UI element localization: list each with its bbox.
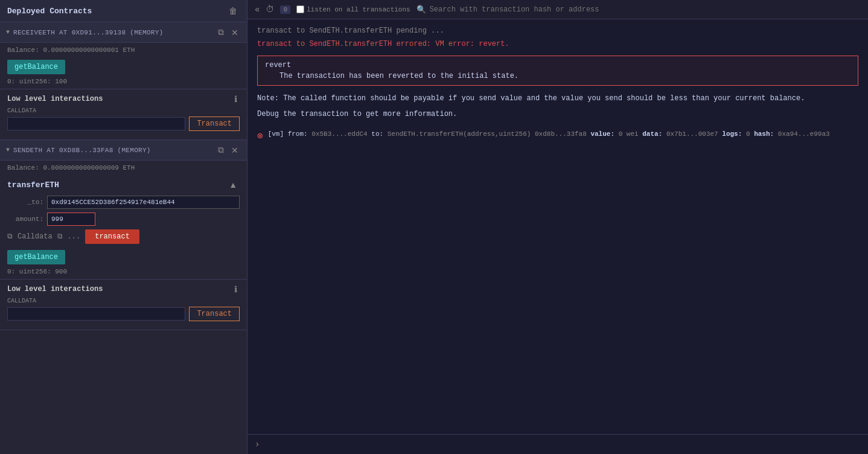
right-panel: « ⏱ 0 listen on all transactions 🔍 trans… [247, 0, 868, 454]
panel-title: Deployed Contracts [7, 7, 92, 16]
contract-2-actions: ⧉ ✕ [215, 144, 241, 156]
low-level-2-title: Low level interactions [7, 285, 103, 293]
collapse-icon[interactable]: « [255, 5, 260, 14]
close-contract-1-button[interactable]: ✕ [229, 27, 241, 39]
listen-all-checkbox[interactable] [296, 5, 304, 13]
log-error-msg: transact to SendETH.transferETH errored:… [257, 40, 858, 48]
transfer-eth-name: transferETH [7, 181, 59, 190]
revert-msg: The transaction has been reverted to the… [265, 72, 850, 80]
listen-all-text: listen on all transactions [307, 6, 410, 13]
contract-1-balance: Balance: 0.00000000000000001 ETH [0, 43, 247, 57]
transact-2-button[interactable]: transact [85, 229, 139, 244]
tx-logs-label: logs: [722, 130, 742, 138]
transfer-eth-header: transferETH ▲ [7, 179, 240, 191]
log-pending-msg: transact to SendETH.transferETH pending … [257, 27, 858, 35]
param-amount-input[interactable] [47, 213, 95, 226]
tx-to-label: to: [371, 130, 383, 138]
calldata-2-input[interactable] [7, 307, 185, 321]
contract-1-actions: ⧉ ✕ [215, 26, 241, 39]
tx-logs-value: 0 [746, 130, 750, 138]
calldata-1-input[interactable] [7, 117, 185, 130]
transact-1-button[interactable]: Transact [189, 117, 240, 131]
debug-text: Debug the transaction to get more inform… [257, 109, 858, 120]
close-contract-2-button[interactable]: ✕ [229, 144, 241, 156]
contract-2-header: ▼ SENDETH AT 0XD8B...33FA8 (MEMORY) ⧉ ✕ [0, 140, 247, 161]
get-balance-2-result: 0: uint256: 900 [0, 267, 247, 277]
get-balance-2-button[interactable]: getBalance [7, 250, 65, 264]
low-level-1-header: Low level interactions ℹ [7, 93, 240, 105]
tx-label: [vm] [268, 130, 284, 138]
calldata-2-label: CALLDATA [7, 298, 240, 304]
contract-2-chevron[interactable]: ▼ [6, 147, 10, 153]
search-wrapper: 🔍 [416, 5, 861, 14]
tx-from-label: from: [288, 130, 308, 138]
calldata-2-row: Transact [7, 307, 240, 321]
copy-contract-1-button[interactable]: ⧉ [215, 26, 226, 39]
delete-all-button[interactable]: 🗑 [226, 5, 240, 17]
copy-icon[interactable]: ⧉ [57, 232, 63, 241]
contract-2-balance: Balance: 0.00000000000000009 ETH [0, 161, 247, 175]
search-input[interactable] [430, 5, 861, 14]
tx-value-label: value: [590, 130, 614, 138]
transfer-eth-block: transferETH ▲ _to: amount: ⧉ Calldata ⧉ … [0, 175, 247, 248]
low-level-2-info[interactable]: ℹ [232, 283, 240, 295]
contract-1-block: ▼ RECEIVEETH AT 0XD91...39138 (MEMORY) ⧉… [0, 22, 247, 140]
low-level-2-header: Low level interactions ℹ [7, 283, 240, 295]
tx-entry: ⊗ [vm] from: 0x5B3....eddC4 to: SendETH.… [257, 129, 858, 142]
expand-icon: › [255, 440, 260, 449]
calldata-1-label: CALLDATA [7, 107, 240, 114]
collapse-transfer-button[interactable]: ▲ [226, 179, 240, 191]
log-area: transact to SendETH.transferETH pending … [247, 19, 868, 434]
param-amount-label: amount: [7, 216, 43, 223]
low-level-2: Low level interactions ℹ CALLDATA Transa… [0, 279, 247, 325]
contract-2-name: SENDETH AT 0XD8B...33FA8 (MEMORY) [13, 147, 212, 154]
tx-value-value: 0 wei [619, 130, 639, 138]
bottom-arrow[interactable]: › [247, 434, 868, 454]
low-level-1: Low level interactions ℹ CALLDATA Transa… [0, 89, 247, 135]
contract-1-name: RECEIVEETH AT 0XD91...39138 (MEMORY) [13, 29, 212, 36]
search-icon: 🔍 [416, 5, 426, 14]
note-payable: Note: The called function should be paya… [257, 94, 805, 103]
tx-to-value: SendETH.transferETH(address,uint256) 0xd… [388, 130, 587, 138]
tx-detail: [vm] from: 0x5B3....eddC4 to: SendETH.tr… [268, 129, 830, 140]
tx-hash-label: hash: [754, 130, 774, 138]
low-level-1-info[interactable]: ℹ [232, 93, 240, 105]
contract-1-header: ▼ RECEIVEETH AT 0XD91...39138 (MEMORY) ⧉… [0, 22, 247, 43]
param-to-row: _to: [7, 196, 240, 209]
revert-box: revert The transaction has been reverted… [257, 56, 858, 86]
tx-hash-value: 0xa94...e99a3 [778, 130, 830, 138]
revert-title: revert [265, 61, 850, 69]
left-panel: Deployed Contracts 🗑 ▼ RECEIVEETH AT 0XD… [0, 0, 247, 454]
clock-icon[interactable]: ⏱ [266, 5, 274, 14]
top-bar: « ⏱ 0 listen on all transactions 🔍 [247, 0, 868, 19]
contract-1-chevron[interactable]: ▼ [6, 29, 10, 36]
get-balance-1-button[interactable]: getBalance [7, 60, 65, 74]
note-text: Note: The called function should be paya… [257, 93, 858, 104]
listen-all-label[interactable]: listen on all transactions [296, 5, 410, 13]
tx-data-value: 0x7b1...003e7 [666, 130, 718, 138]
copy-contract-2-button[interactable]: ⧉ [215, 144, 226, 156]
tx-error-icon: ⊗ [257, 130, 263, 142]
tx-from-value: 0x5B3....eddC4 [311, 130, 367, 138]
contract-2-block: ▼ SENDETH AT 0XD8B...33FA8 (MEMORY) ⧉ ✕ … [0, 140, 247, 330]
calldata-label-btn[interactable]: Calldata [18, 232, 53, 241]
transact-3-button[interactable]: Transact [189, 307, 240, 321]
tx-data-label: data: [642, 130, 662, 138]
calldata-icon[interactable]: ⧉ [7, 232, 13, 241]
more-btn[interactable]: ... [68, 232, 81, 241]
tx-count-badge: 0 [280, 5, 290, 14]
transact-row: ⧉ Calldata ⧉ ... transact [7, 229, 240, 244]
param-amount-row: amount: [7, 213, 240, 226]
param-to-label: _to: [7, 199, 43, 206]
low-level-1-title: Low level interactions [7, 95, 103, 103]
param-to-input[interactable] [47, 196, 240, 209]
calldata-1-row: Transact [7, 117, 240, 131]
get-balance-1-result: 0: uint256: 100 [0, 77, 247, 86]
deployed-contracts-header: Deployed Contracts 🗑 [0, 0, 247, 22]
